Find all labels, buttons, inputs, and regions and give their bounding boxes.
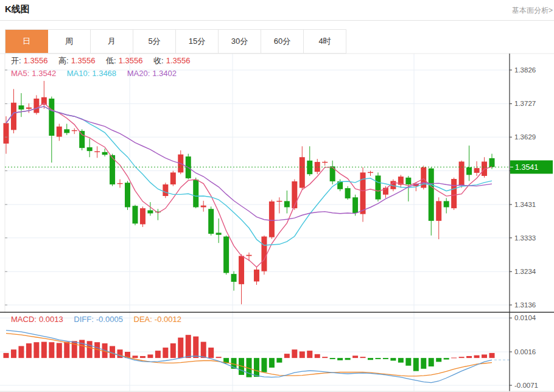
candle [466,167,472,175]
macd-bar [474,355,480,358]
ma20-label: MA20: [127,69,150,78]
candle [72,130,77,131]
candle [300,157,305,187]
ma10-label: MA10: [67,69,90,78]
dea-value: -0.0012 [155,315,181,324]
ma10-value: 1.3468 [92,69,116,78]
current-price-badge-label: 1.3541 [515,163,538,172]
candle [57,127,62,137]
macd-bar [193,337,198,358]
macd-bar [436,358,441,362]
candle [208,209,214,234]
macd-bar [444,358,449,360]
candle [368,172,373,173]
close-label: 收: [153,56,164,65]
candle [254,270,259,282]
ma10-line [6,107,492,245]
macd-bar [429,358,434,366]
price-tick-label: 1.3727 [514,100,536,107]
ohlc-row: 开:1.3556 高:1.3556 低:1.3556 收:1.3556 [11,55,192,66]
candle [269,201,275,237]
macd-bar [375,358,380,359]
diff-value: -0.0005 [96,315,123,324]
candle [193,180,198,207]
high-value: 1.3556 [71,56,96,65]
price-tick-label: 1.3826 [514,66,536,74]
macd-bar [398,358,404,363]
macd-bar [140,356,146,358]
candle [163,184,168,196]
macd-bar [147,354,153,358]
candle [64,129,69,133]
ma20-line [6,107,492,220]
candle [26,108,32,109]
candle [444,201,449,207]
candle [375,175,380,199]
macd-bar [26,343,32,358]
candle [117,183,123,184]
price-tick-label: 1.3234 [514,268,536,275]
candle [292,181,297,208]
macd-bar [186,335,191,358]
candle [345,188,351,198]
candle [216,233,222,234]
candle [239,256,244,284]
macd-bar [208,348,214,358]
tab-日[interactable]: 日 [5,30,48,53]
macd-bar [117,349,123,358]
tab-月[interactable]: 月 [91,30,133,53]
macd-tick-label: -0.0071 [514,382,538,389]
tab-5分[interactable]: 5分 [133,30,176,53]
candle [352,197,358,213]
ma5-label: MA5: [11,69,29,78]
tab-15分[interactable]: 15分 [176,30,219,53]
macd-bar [292,349,297,358]
candle [451,179,457,208]
diff-label: DIFF: [74,315,94,324]
candle [87,147,93,151]
gridlines [0,54,510,391]
dea-label: DEA: [134,315,152,324]
candle [322,162,328,163]
macd-bar [254,358,259,377]
macd-label: MACD: [11,315,37,324]
close-value: 1.3556 [166,56,191,65]
macd-bar [284,354,290,358]
price-tick-label: 1.3333 [514,234,536,242]
macd-bar [18,346,24,359]
candle [223,237,229,273]
candle [436,201,441,220]
macd-bar [216,357,222,358]
period-tab-bar: 日周月5分15分30分60分4时 [5,29,346,54]
candle [11,103,16,130]
open-value: 1.3556 [24,56,48,65]
tab-60分[interactable]: 60分 [261,30,304,53]
macd-bar [421,358,426,369]
macd-row: MACD:0.0013 DIFF:-0.0005 DEA:-0.0012 [11,315,184,324]
macd-bar [87,341,93,358]
candle [247,255,252,256]
candle [459,161,465,186]
candle [284,201,290,207]
ma20-value: 1.3402 [152,69,177,78]
macd-bar [383,358,388,359]
macd-bar [11,349,16,358]
candle [170,172,176,184]
candle [429,169,434,221]
high-label: 高: [58,56,69,65]
macd-bar [459,357,465,358]
tab-4时[interactable]: 4时 [304,30,346,53]
macd-bar [307,351,312,358]
candle [140,208,146,224]
macd-bar [337,358,343,360]
tab-周[interactable]: 周 [48,30,91,53]
macd-bar [269,358,275,368]
macd-tick-label: 0.0016 [514,348,536,355]
tab-30分[interactable]: 30分 [219,30,261,53]
macd-bar [33,342,39,358]
open-label: 开: [11,56,21,65]
macd-bar [4,353,9,358]
candle [4,123,9,144]
candle [132,206,138,223]
macd-bar [163,348,168,358]
